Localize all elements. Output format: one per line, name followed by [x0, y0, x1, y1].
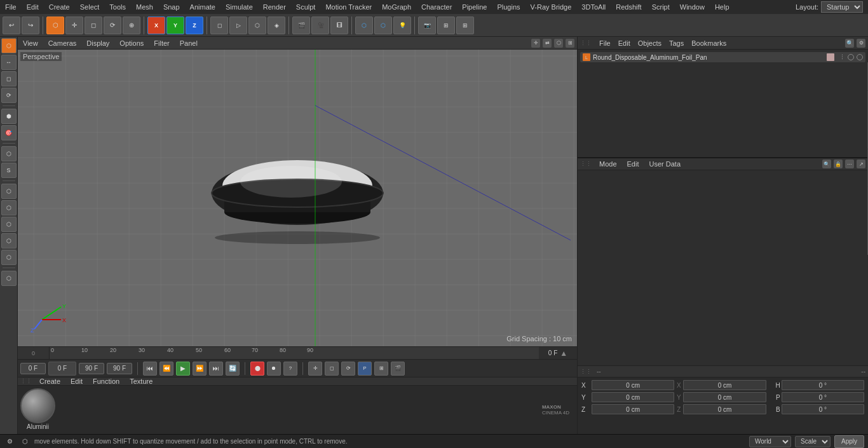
vp-menu-display[interactable]: Display — [84, 39, 112, 47]
vp-menu-options[interactable]: Options — [117, 39, 146, 47]
menu-help[interactable]: Help — [710, 2, 735, 12]
vp-icon-2[interactable]: ⇄ — [543, 39, 552, 48]
attr-menu-edit[interactable]: Edit — [625, 160, 642, 168]
menu-sculpt[interactable]: Sculpt — [291, 2, 321, 12]
camera-button[interactable]: 📷 — [418, 17, 436, 34]
coord-x-pos[interactable] — [592, 380, 674, 390]
terrain-tool[interactable]: ⬡ — [1, 250, 17, 265]
attr-more-icon[interactable]: ⋯ — [845, 160, 854, 168]
world-select[interactable]: World Object Camera — [749, 436, 791, 447]
snap-grid-button[interactable]: ⊞ — [456, 17, 474, 34]
magnet-tool[interactable]: ⬡ — [1, 271, 17, 286]
menu-character[interactable]: Character — [416, 2, 457, 12]
menu-select[interactable]: Select — [75, 2, 105, 12]
help-button[interactable]: ? — [283, 362, 297, 376]
mat-menu-texture[interactable]: Texture — [127, 377, 155, 385]
status-icon-2[interactable]: ⬡ — [19, 436, 31, 447]
coord-x-size[interactable] — [683, 380, 766, 390]
edge-tool[interactable]: S — [1, 163, 17, 178]
coord-y-size[interactable] — [683, 392, 766, 402]
cube-button[interactable]: ⬡ — [355, 17, 373, 34]
grid-button[interactable]: ⊞ — [437, 17, 455, 34]
render-view-button[interactable]: 🎬 — [292, 17, 310, 34]
om-config-icon[interactable]: ⚙ — [857, 39, 865, 48]
grid-pb-button[interactable]: ⊞ — [374, 362, 388, 376]
vp-menu-cameras[interactable]: Cameras — [46, 39, 79, 47]
move-tool-button[interactable]: ✛ — [65, 17, 83, 34]
om-object-vis-dot1[interactable] — [848, 54, 854, 60]
menu-motion-tracker[interactable]: Motion Tracker — [320, 2, 377, 12]
attr-search-icon[interactable]: 🔍 — [822, 160, 831, 168]
playback-play-button[interactable]: ▶ — [176, 362, 190, 376]
playback-frame-end2[interactable] — [107, 363, 132, 374]
attr-expand-icon[interactable]: ↗ — [857, 160, 865, 168]
scale-tool-button[interactable]: ◻ — [85, 17, 102, 34]
sculpt-tool[interactable]: 🎯 — [1, 125, 17, 140]
attr-menu-mode[interactable]: Mode — [597, 160, 620, 168]
attr-menu-userdata[interactable]: User Data — [647, 160, 684, 168]
move-tool[interactable]: ↔ — [1, 55, 17, 70]
menu-snap[interactable]: Snap — [158, 2, 185, 12]
coord-y-pos[interactable] — [592, 392, 674, 402]
object-mode-button[interactable]: ◻ — [210, 17, 228, 34]
rotate-tool-button[interactable]: ⟳ — [104, 17, 121, 34]
playback-first-button[interactable]: ⏮ — [143, 362, 157, 376]
vp-menu-filter[interactable]: Filter — [151, 39, 172, 47]
om-menu-bookmarks[interactable]: Bookmarks — [689, 39, 729, 47]
menu-script[interactable]: Script — [647, 2, 675, 12]
y-axis-button[interactable]: Y — [166, 17, 184, 34]
playback-loop-button[interactable]: 🔄 — [226, 362, 240, 376]
rotate-lt-tool[interactable]: ⟳ — [1, 88, 17, 103]
mat-menu-function[interactable]: Function — [90, 377, 122, 385]
mat-menu-edit[interactable]: Edit — [68, 377, 85, 385]
poly-mode-button[interactable]: ◈ — [268, 17, 285, 34]
keyframe-button[interactable]: ⬤ — [250, 362, 264, 376]
menu-edit[interactable]: Edit — [22, 2, 44, 12]
vp-icon-4[interactable]: ⊞ — [566, 39, 574, 48]
timeline-ruler[interactable]: 0 10 20 30 40 50 60 70 80 90 — [50, 347, 539, 359]
material-swatch-aluminii[interactable] — [20, 388, 55, 423]
menu-redshift[interactable]: Redshift — [611, 2, 646, 12]
scale-pb-button[interactable]: ◻ — [325, 362, 339, 376]
spline-tool[interactable]: ⬡ — [1, 200, 17, 215]
x-axis-button[interactable]: X — [147, 17, 165, 34]
status-icon-1[interactable]: ⚙ — [4, 436, 15, 447]
pointer-tool[interactable]: ⬡ — [1, 38, 17, 53]
polygon-tool[interactable]: ⬡ — [1, 146, 17, 161]
playback-last-button[interactable]: ⏭ — [209, 362, 223, 376]
sphere-button[interactable]: ⬡ — [374, 17, 392, 34]
om-menu-edit[interactable]: Edit — [616, 39, 633, 47]
playback-prev-button[interactable]: ⏪ — [159, 362, 173, 376]
menu-render[interactable]: Render — [258, 2, 291, 12]
frame-pb-button[interactable]: 🎬 — [391, 362, 405, 376]
coord-z-pos[interactable] — [592, 404, 674, 414]
coord-z-size[interactable] — [683, 404, 766, 414]
menu-plugins[interactable]: Plugins — [492, 2, 525, 12]
coord-h-val[interactable] — [782, 380, 864, 390]
render-to-po-button[interactable]: 🎥 — [311, 17, 329, 34]
autokey-button[interactable]: ⏺ — [267, 362, 281, 376]
scale-select[interactable]: Scale Size — [795, 436, 831, 447]
transform-button[interactable]: ⊕ — [123, 17, 140, 34]
render-settings-button[interactable]: 🎞 — [330, 17, 348, 34]
attr-lock-icon[interactable]: 🔒 — [834, 160, 843, 168]
coord-b-val[interactable] — [782, 404, 864, 414]
menu-vray[interactable]: V-Ray Bridge — [526, 2, 577, 12]
om-menu-tags[interactable]: Tags — [667, 39, 686, 47]
menu-pipeline[interactable]: Pipeline — [457, 2, 492, 12]
om-menu-file[interactable]: File — [597, 39, 613, 47]
playback-frame-start[interactable] — [20, 363, 46, 374]
apply-button[interactable]: Apply — [834, 435, 864, 448]
vp-icon-1[interactable]: ✛ — [531, 39, 540, 48]
menu-mesh[interactable]: Mesh — [131, 2, 158, 12]
undo-button[interactable]: ↩ — [3, 17, 20, 34]
select-tool-button[interactable]: ⬡ — [46, 17, 64, 34]
menu-3dtoall[interactable]: 3DToAll — [576, 2, 611, 12]
playback-frame-current[interactable] — [50, 363, 75, 374]
paint-tool[interactable]: ⬡ — [1, 184, 17, 199]
menu-tools[interactable]: Tools — [104, 2, 131, 12]
redo-button[interactable]: ↪ — [22, 17, 39, 34]
om-menu-objects[interactable]: Objects — [635, 39, 664, 47]
om-object-item[interactable]: L Round_Disposable_Aluminum_Foil_Pan ⋮ — [580, 52, 865, 62]
playback-frame-end[interactable] — [79, 363, 104, 374]
